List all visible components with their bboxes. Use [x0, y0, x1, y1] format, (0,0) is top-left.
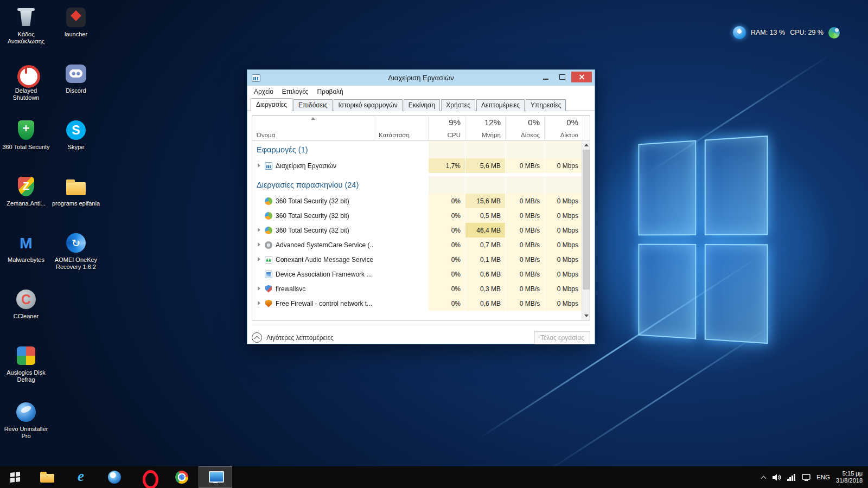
- group-header-apps[interactable]: Εφαρμογές (1): [252, 141, 583, 158]
- process-row[interactable]: Advanced SystemCare Service (... 0% 0,7 …: [252, 237, 583, 252]
- language-indicator[interactable]: ENG: [816, 474, 830, 480]
- process-name-cell: Διαχείριση Εργασιών: [252, 158, 374, 173]
- process-row[interactable]: 360 Total Security (32 bit) 0% 46,4 MB 0…: [252, 223, 583, 237]
- scrollbar-thumb[interactable]: [583, 150, 590, 290]
- desktop-icon[interactable]: Auslogics Disk Defrag: [1, 342, 51, 398]
- process-status: [374, 223, 428, 237]
- expand-arrow-icon[interactable]: [257, 257, 261, 262]
- tab[interactable]: Χρήστες: [441, 99, 475, 111]
- expand-arrow-icon[interactable]: [257, 301, 261, 306]
- process-disk: 0 MB/s: [505, 296, 544, 311]
- scroll-up-arrow[interactable]: [582, 141, 590, 149]
- maximize-button[interactable]: [554, 72, 570, 82]
- desktop-icon[interactable]: programs epifania: [51, 172, 101, 229]
- caption-buttons: [538, 72, 592, 82]
- process-name: 360 Total Security (32 bit): [276, 197, 349, 205]
- tray-display-icon[interactable]: [802, 474, 810, 481]
- expand-arrow-icon[interactable]: [257, 198, 261, 203]
- desktop-icon-image: [64, 5, 88, 29]
- wallpaper-light-beam: [642, 52, 834, 177]
- column-label: Μνήμη: [482, 132, 501, 138]
- performance-overlay[interactable]: RAM: 13 % CPU: 29 %: [733, 26, 840, 39]
- expand-arrow-icon[interactable]: [257, 286, 261, 291]
- process-row[interactable]: Conexant Audio Message Service 0% 0,1 MB…: [252, 252, 583, 267]
- scroll-down-arrow[interactable]: [582, 312, 590, 320]
- expand-arrow-icon[interactable]: [257, 242, 261, 247]
- expand-arrow-icon[interactable]: [257, 228, 261, 233]
- process-row[interactable]: 360 Total Security (32 bit) 0% 15,6 MB 0…: [252, 194, 583, 208]
- desktop-icon-label: Delayed Shutdown: [1, 87, 51, 101]
- desktop-icon[interactable]: Revo Uninstaller Pro: [1, 398, 51, 454]
- group-header-background[interactable]: Διεργασίες παρασκηνίου (24): [252, 176, 583, 194]
- tab[interactable]: Ιστορικό εφαρμογών: [334, 99, 403, 111]
- process-memory: 15,6 MB: [465, 194, 505, 208]
- column-header-memory[interactable]: 12% Μνήμη: [465, 116, 505, 140]
- windows-start-icon: [10, 472, 20, 483]
- desktop-icon[interactable]: Zemana.Anti...: [1, 172, 51, 229]
- start-button[interactable]: [0, 466, 30, 488]
- process-network: 0 Mbps: [544, 252, 583, 267]
- process-name: Device Association Framework ...: [276, 271, 372, 278]
- taskbar-item[interactable]: [165, 466, 199, 488]
- desktop-icon[interactable]: CCleaner: [1, 285, 51, 342]
- taskbar-item[interactable]: [199, 466, 232, 488]
- desktop-icon[interactable]: Skype: [51, 116, 101, 172]
- end-task-button[interactable]: Τέλος εργασίας: [534, 331, 590, 344]
- column-label: Δίκτυο: [560, 132, 578, 138]
- process-cpu: 0%: [428, 267, 465, 281]
- process-row[interactable]: 360 Total Security (32 bit) 0% 0,5 MB 0 …: [252, 208, 583, 223]
- menu-item[interactable]: Αρχείο: [250, 87, 278, 97]
- process-name-cell: 360 Total Security (32 bit): [252, 223, 374, 237]
- tab[interactable]: Υπηρεσίες: [526, 99, 566, 111]
- taskbar-item[interactable]: [64, 466, 98, 488]
- tab[interactable]: Εκκίνηση: [404, 99, 440, 111]
- taskbar-item[interactable]: [30, 466, 64, 488]
- process-icon: [264, 255, 273, 264]
- process-cpu: 0%: [428, 223, 465, 237]
- column-header-cpu[interactable]: 9% CPU: [428, 116, 465, 140]
- process-row[interactable]: Device Association Framework ... 0% 0,6 …: [252, 267, 583, 281]
- desktop-icon[interactable]: Κάδος Ανακύκλωσης: [1, 3, 51, 60]
- minimize-button[interactable]: [538, 72, 553, 82]
- tab[interactable]: Διεργασίες: [251, 98, 292, 111]
- desktop-icon[interactable]: Malwarebytes: [1, 229, 51, 285]
- 360-speedup-ball-icon[interactable]: [828, 27, 840, 38]
- 360-drop-icon[interactable]: [733, 26, 746, 39]
- tab[interactable]: Επιδόσεις: [293, 99, 333, 111]
- network-icon[interactable]: [787, 474, 796, 481]
- expand-arrow-icon[interactable]: [257, 213, 261, 218]
- column-header-disk[interactable]: 0% Δίσκος: [505, 116, 544, 140]
- menu-item[interactable]: Επιλογές: [278, 87, 313, 97]
- desktop-icon[interactable]: Discord: [51, 60, 101, 116]
- taskbar-item[interactable]: [131, 466, 165, 488]
- vertical-scrollbar[interactable]: [582, 141, 590, 320]
- column-header-status[interactable]: Κατάσταση: [374, 116, 428, 140]
- less-details-toggle[interactable]: Λιγότερες λεπτομέρειες: [252, 332, 334, 343]
- expand-arrow-icon[interactable]: [257, 272, 261, 277]
- column-header-network[interactable]: 0% Δίκτυο: [544, 116, 583, 140]
- process-name-cell: firewallsvc: [252, 281, 374, 296]
- process-row[interactable]: firewallsvc 0% 0,3 MB 0 MB/s 0 Mbps: [252, 281, 583, 296]
- clock[interactable]: 5:15 μμ 31/8/2018: [836, 470, 863, 484]
- menu-item[interactable]: Προβολή: [312, 87, 347, 97]
- column-header-name[interactable]: Όνομα: [252, 116, 374, 140]
- process-row[interactable]: Free Firewall - control network t... 0% …: [252, 296, 583, 311]
- show-hidden-icons-chevron[interactable]: [761, 475, 766, 480]
- tab[interactable]: Λεπτομέρειες: [476, 99, 525, 111]
- process-name-cell: Device Association Framework ...: [252, 267, 374, 281]
- desktop-icon[interactable]: AOMEI OneKey Recovery 1.6.2: [51, 229, 101, 285]
- titlebar[interactable]: Διαχείριση Εργασιών: [247, 70, 595, 86]
- process-name-cell: Advanced SystemCare Service (...: [252, 237, 374, 252]
- expand-arrow-icon[interactable]: [257, 163, 261, 168]
- close-button[interactable]: [571, 72, 592, 82]
- desktop-icon[interactable]: launcher: [51, 3, 101, 60]
- header-filler: [583, 116, 591, 140]
- desktop-icon-label: Auslogics Disk Defrag: [1, 369, 51, 383]
- desktop-icon[interactable]: Delayed Shutdown: [1, 60, 51, 116]
- ram-usage-text: RAM: 13 %: [751, 29, 785, 36]
- desktop-icon[interactable]: 360 Total Security: [1, 116, 51, 172]
- volume-icon[interactable]: [772, 473, 781, 481]
- process-row[interactable]: Διαχείριση Εργασιών 1,7% 5,6 MB 0 MB/s 0…: [252, 158, 583, 173]
- disk-total-percent: 0%: [528, 118, 540, 127]
- taskbar-item[interactable]: [98, 466, 131, 488]
